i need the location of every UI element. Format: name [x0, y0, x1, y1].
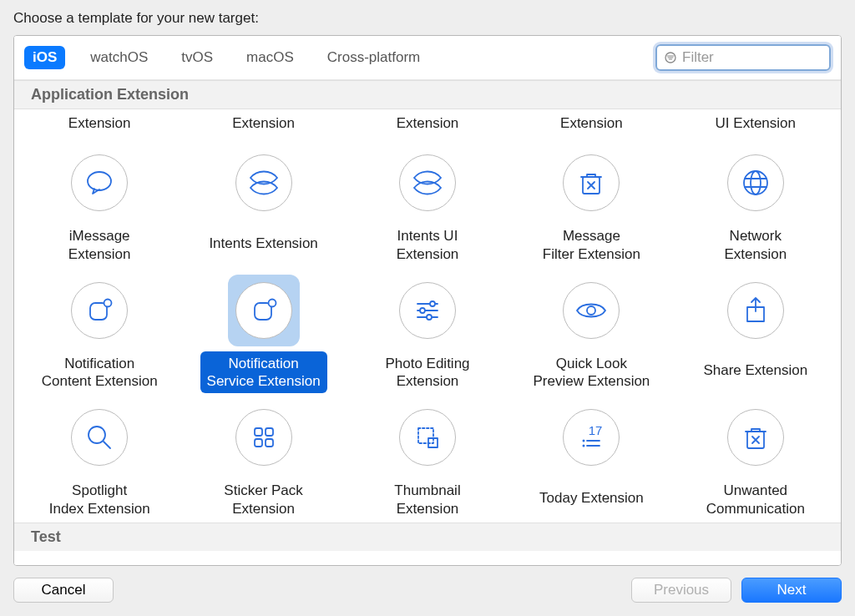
svg-point-23 — [583, 445, 585, 447]
template-grid-partial: ExtensionExtensionExtensionExtensionUI E… — [14, 109, 841, 137]
template-label: Notification Content Extension — [35, 351, 164, 394]
filter-input[interactable] — [682, 49, 822, 66]
template-item[interactable]: Spotlight Index Extension — [19, 396, 180, 521]
template-item-partial[interactable]: Extension — [19, 114, 180, 135]
template-grid: iMessage ExtensionIntents ExtensionInten… — [14, 137, 841, 523]
thumb-icon — [399, 409, 456, 466]
share-icon — [727, 282, 784, 339]
template-label: Extension — [557, 114, 626, 135]
template-item-partial[interactable]: Extension — [511, 114, 671, 135]
svg-text:17: 17 — [589, 423, 603, 437]
template-label: UI Extension — [712, 114, 799, 135]
template-label: Today Extension — [533, 478, 650, 517]
template-icon-box: 17 — [555, 401, 627, 473]
svg-rect-18 — [266, 439, 273, 447]
template-icon-box — [63, 401, 135, 473]
platform-tab-ios[interactable]: iOS — [24, 46, 65, 69]
template-label: Intents UI Extension — [390, 224, 466, 266]
template-icon-box — [720, 147, 792, 219]
template-item[interactable]: Intents UI Extension — [347, 142, 508, 266]
svg-point-4 — [751, 171, 761, 194]
template-label: Notification Service Extension — [200, 351, 327, 394]
template-item-partial[interactable]: UI Extension — [675, 114, 836, 135]
filter-bar: iOSwatchOStvOSmacOSCross-platform — [14, 36, 841, 80]
svg-rect-16 — [266, 428, 273, 436]
template-label: Extension — [393, 114, 463, 135]
rsquare-dot-icon — [235, 282, 292, 339]
platform-tab-cross-platform[interactable]: Cross-platform — [319, 46, 428, 69]
templates-scroll[interactable]: ExtensionExtensionExtensionExtensionUI E… — [14, 109, 841, 565]
template-item[interactable]: Unwanted Communication — [675, 396, 836, 521]
previous-button: Previous — [631, 578, 731, 603]
template-item[interactable]: Photo Editing Extension — [347, 270, 508, 394]
template-item[interactable]: Sticker Pack Extension — [183, 396, 343, 521]
template-icon-box — [63, 275, 135, 346]
svg-point-8 — [268, 299, 276, 306]
svg-point-6 — [104, 299, 112, 306]
template-label: Spotlight Index Extension — [43, 478, 157, 521]
filter-icon — [664, 51, 677, 64]
svg-point-12 — [587, 306, 595, 315]
template-icon-box — [555, 275, 627, 346]
svg-rect-19 — [418, 428, 433, 443]
template-item[interactable]: Message Filter Extension — [511, 142, 671, 266]
platform-tab-macos[interactable]: macOS — [238, 46, 302, 69]
section-test: Test — [14, 523, 841, 551]
section-application-extension: Application Extension — [14, 80, 841, 109]
sliders-icon — [399, 282, 456, 339]
template-label: Photo Editing Extension — [378, 351, 476, 394]
template-item-partial[interactable]: Extension — [183, 114, 343, 135]
fourapps-icon — [235, 409, 292, 466]
template-icon-box — [392, 401, 463, 473]
magnify-icon — [71, 409, 128, 466]
next-button[interactable]: Next — [741, 578, 842, 603]
template-item[interactable]: Intents Extension — [183, 142, 343, 266]
filter-field[interactable] — [655, 44, 831, 71]
trashx-icon — [563, 154, 620, 211]
template-item[interactable]: Network Extension — [675, 142, 836, 266]
svg-point-3 — [744, 171, 767, 194]
template-item[interactable]: iMessage Extension — [19, 142, 180, 266]
template-item-partial[interactable]: Extension — [347, 114, 508, 135]
prompt-label: Choose a template for your new target: — [0, 0, 855, 35]
wave-icon — [399, 154, 456, 211]
svg-point-14 — [89, 427, 105, 443]
template-item[interactable]: Share Extension — [675, 270, 836, 394]
template-item[interactable]: Thumbnail Extension — [347, 396, 508, 521]
template-item[interactable]: Quick Look Preview Extension — [511, 270, 671, 394]
eye-icon — [563, 282, 620, 339]
svg-point-10 — [420, 308, 425, 313]
template-icon-box — [392, 147, 463, 219]
svg-point-11 — [427, 315, 432, 320]
bubble-icon — [71, 154, 128, 211]
template-label: Message Filter Extension — [536, 224, 647, 266]
templates-panel: iOSwatchOStvOSmacOSCross-platform Applic… — [13, 35, 842, 566]
wave-icon — [235, 154, 292, 211]
rsquare-dot-icon — [71, 282, 128, 339]
template-icon-box — [555, 147, 627, 219]
svg-point-22 — [583, 440, 585, 442]
template-icon-box — [392, 275, 463, 346]
platform-tabs: iOSwatchOStvOSmacOSCross-platform — [24, 46, 428, 69]
template-icon-box — [228, 275, 300, 346]
platform-tab-tvos[interactable]: tvOS — [173, 46, 221, 69]
template-label: Intents Extension — [202, 224, 324, 262]
footer-buttons: Cancel Previous Next — [0, 566, 855, 616]
platform-tab-watchos[interactable]: watchOS — [82, 46, 156, 69]
template-label: Share Extension — [696, 351, 814, 390]
template-icon-box — [63, 147, 135, 219]
template-icon-box — [720, 401, 792, 473]
template-item[interactable]: Notification Content Extension — [19, 270, 180, 394]
template-label: Extension — [229, 114, 298, 135]
svg-point-1 — [88, 172, 111, 190]
template-label: Unwanted Communication — [700, 478, 812, 521]
template-icon-box — [720, 275, 792, 346]
template-item[interactable]: 17Today Extension — [511, 396, 671, 521]
svg-rect-17 — [255, 439, 262, 447]
template-label: iMessage Extension — [62, 224, 138, 266]
cancel-button[interactable]: Cancel — [13, 578, 114, 603]
template-label: Quick Look Preview Extension — [526, 351, 656, 394]
template-icon-box — [228, 147, 300, 219]
today-icon: 17 — [563, 409, 620, 466]
template-item[interactable]: Notification Service Extension — [183, 270, 343, 394]
